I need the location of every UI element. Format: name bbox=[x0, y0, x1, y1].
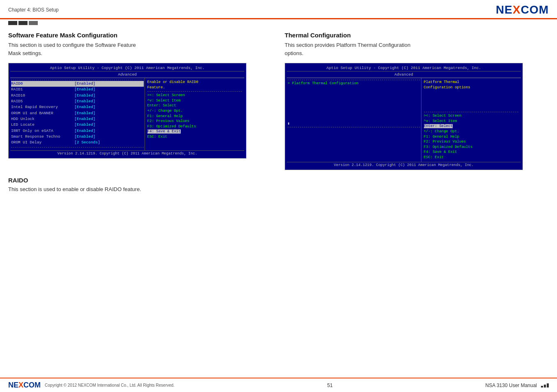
bios-separator-2 bbox=[147, 91, 242, 92]
right-bios-left-panel: > Platform Thermal Configuration ▮ bbox=[287, 78, 421, 162]
right-section: Thermal Configuration This section provi… bbox=[285, 32, 549, 170]
left-bios-row-0: RAID0[Enabled] bbox=[11, 81, 144, 87]
left-section-desc: This section is used to configure the So… bbox=[8, 41, 272, 57]
footer-copyright: Copyright © 2012 NEXCOM International Co… bbox=[45, 383, 175, 387]
left-bios-row-8: IRRT Only on eSATA[Enabled] bbox=[11, 128, 144, 134]
left-bios-row-2: RAID10[Enabled] bbox=[11, 93, 144, 99]
page-footer: NEXCOM Copyright © 2012 NEXCOM Internati… bbox=[0, 378, 557, 392]
left-bios-help-top: Enable or disable RAID0Feature. bbox=[147, 80, 242, 90]
bios-separator bbox=[11, 147, 144, 148]
right-bios-selected-row: > Platform Thermal Configuration bbox=[288, 81, 420, 87]
left-bios-row-5: OROM UI and BANNER[Enabled] bbox=[11, 111, 144, 116]
left-bios-title: Aptio Setup Utility - Copyright (C) 2011… bbox=[10, 65, 244, 71]
right-bios-cursor: ▮ bbox=[288, 121, 420, 126]
main-content: Software Feature Mask Configuration This… bbox=[0, 23, 557, 170]
right-bios-tab: Advanced bbox=[287, 71, 521, 78]
left-bios-row-6: HDD Unlock[Enabled] bbox=[11, 116, 144, 122]
left-bios-rows: RAID0[Enabled]RAID1[Enabled]RAID10[Enabl… bbox=[11, 81, 144, 146]
bar-3 bbox=[29, 21, 38, 25]
right-section-desc: This section provides Platform Thermal C… bbox=[285, 41, 549, 57]
left-bios-version: Version 2.14.1219. Copyright (C) 2011 Am… bbox=[10, 150, 244, 157]
color-bar bbox=[0, 19, 557, 23]
left-bios-row-1: RAID1[Enabled] bbox=[11, 87, 144, 92]
bar-2 bbox=[18, 21, 28, 25]
left-bios-help-keys: ><: Select Screen^v: Select ItemEnter: S… bbox=[147, 93, 242, 139]
left-bios-box: Aptio Setup Utility - Copyright (C) 2011… bbox=[8, 63, 246, 159]
bios-top-separator bbox=[11, 80, 144, 80]
left-bios-row-4: Intel Rapid Recovery[Enabled] bbox=[11, 104, 144, 110]
left-bios-row-7: LED Locate[Enabled] bbox=[11, 122, 144, 128]
right-bios-version: Version 2.14.1219. Copyright (C) 2011 Am… bbox=[287, 162, 521, 168]
right-bios-right-panel: Platform ThermalConfiguration options ><… bbox=[421, 78, 521, 162]
chapter-label: Chapter 4: BIOS Setup bbox=[8, 7, 59, 13]
footer-page: 51 bbox=[327, 383, 333, 388]
left-bios-row-9: Smart Response Techno[Enabled] bbox=[11, 134, 144, 140]
right-bios-inner: > Platform Thermal Configuration ▮ Platf… bbox=[287, 78, 521, 162]
left-bios-row-10: OROM UI Delay[2 Seconds] bbox=[11, 140, 144, 145]
left-bios-left-panel: RAID0[Enabled]RAID1[Enabled]RAID10[Enabl… bbox=[10, 78, 145, 150]
footer-logo: NEXCOM bbox=[8, 381, 41, 390]
right-bios-help-top: Platform ThermalConfiguration options bbox=[424, 80, 518, 90]
left-bios-inner: RAID0[Enabled]RAID1[Enabled]RAID10[Enabl… bbox=[10, 78, 244, 150]
bar-1 bbox=[8, 21, 17, 25]
signal-icon bbox=[541, 383, 549, 387]
nexcom-logo: NEXCOM bbox=[496, 3, 549, 16]
footer-manual: NSA 3130 User Manual bbox=[486, 383, 537, 388]
page-header: Chapter 4: BIOS Setup NEXCOM bbox=[0, 0, 557, 19]
left-bios-right-panel: Enable or disable RAID0Feature. ><: Sele… bbox=[145, 78, 244, 150]
right-bios-title: Aptio Setup Utility - Copyright (C) 2011… bbox=[287, 65, 521, 71]
left-section-title: Software Feature Mask Configuration bbox=[8, 32, 272, 39]
left-section: Software Feature Mask Configuration This… bbox=[8, 32, 272, 170]
left-bios-tab: Advanced bbox=[10, 71, 244, 78]
raido-title: RAIDO bbox=[8, 177, 549, 184]
right-bios-help-keys: ><: Select Screen^v: Select ItemEnter: S… bbox=[424, 113, 518, 160]
raido-section: RAIDO This section is used to enable or … bbox=[0, 170, 557, 192]
raido-desc: This section is used to enable or disabl… bbox=[8, 186, 549, 192]
left-bios-row-3: RAID5[Enabled] bbox=[11, 99, 144, 104]
right-bios-box: Aptio Setup Utility - Copyright (C) 2011… bbox=[285, 63, 523, 170]
right-section-title: Thermal Configuration bbox=[285, 32, 549, 39]
footer-right-block: NSA 3130 User Manual bbox=[486, 383, 549, 388]
